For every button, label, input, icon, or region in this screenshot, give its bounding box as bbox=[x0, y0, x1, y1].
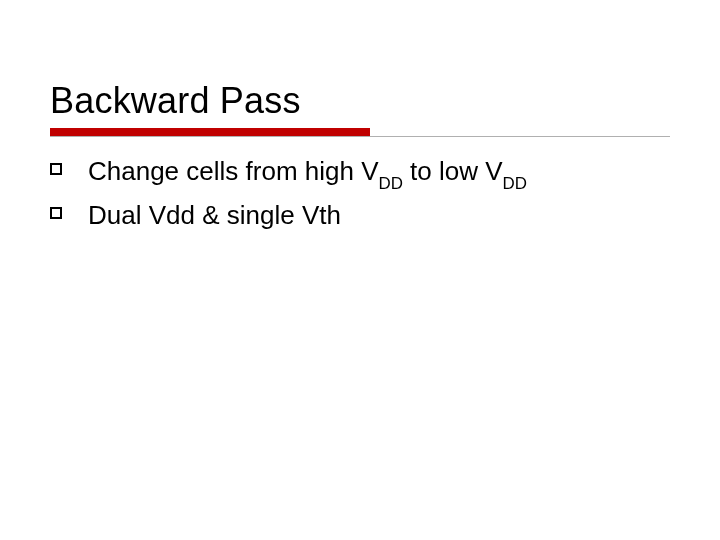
list-item-text: Dual Vdd & single Vth bbox=[88, 199, 341, 241]
title-underline-red bbox=[50, 128, 370, 136]
title-underline bbox=[50, 128, 670, 137]
square-bullet-icon bbox=[50, 163, 62, 175]
bullet-list: Change cells from high VDD to low VDD Du… bbox=[50, 155, 670, 241]
list-item: Dual Vdd & single Vth bbox=[50, 199, 670, 241]
slide: Backward Pass Change cells from high VDD… bbox=[0, 0, 720, 540]
list-item-text: Change cells from high VDD to low VDD bbox=[88, 155, 527, 197]
text-segment: Dual Vdd & single Vth bbox=[88, 200, 341, 230]
subscript: DD bbox=[503, 174, 527, 193]
slide-title: Backward Pass bbox=[50, 80, 670, 122]
subscript: DD bbox=[378, 174, 402, 193]
text-segment: to low V bbox=[403, 156, 503, 186]
list-item: Change cells from high VDD to low VDD bbox=[50, 155, 670, 197]
text-segment: Change cells from high V bbox=[88, 156, 378, 186]
title-underline-grey bbox=[50, 136, 670, 137]
square-bullet-icon bbox=[50, 207, 62, 219]
